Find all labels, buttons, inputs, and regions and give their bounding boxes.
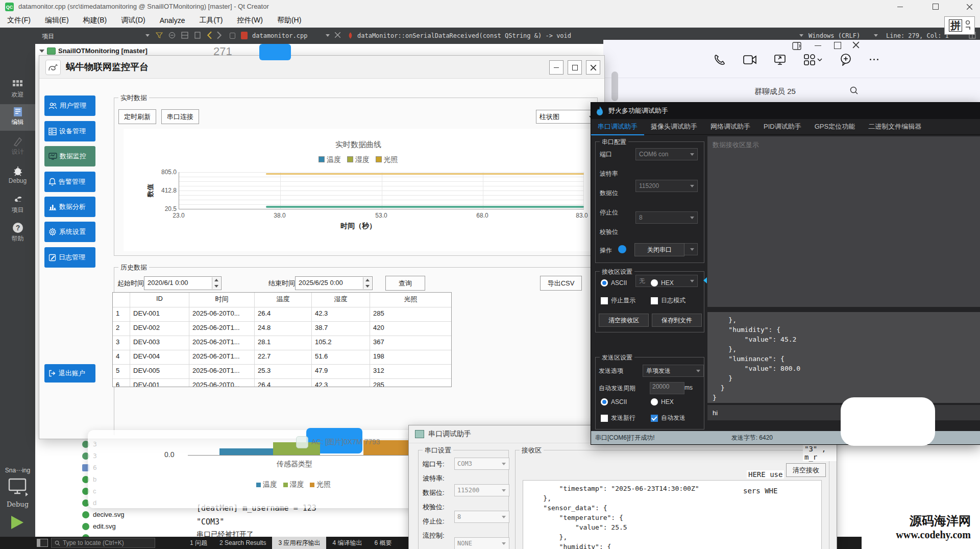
log-mode-checkbox[interactable]: 日志模式 <box>651 296 685 305</box>
file-close-icon[interactable] <box>335 32 340 39</box>
clear-receive-area-button[interactable]: 清空接收区 <box>599 314 649 327</box>
table-row[interactable]: 6 DEV-001 2025-06-20T0... 26.4 42.3 285 <box>113 379 451 387</box>
pane-summary[interactable]: 6 概要 <box>368 537 398 549</box>
auto-send-checkbox[interactable]: 自动发送 <box>651 414 685 422</box>
wf-baud-combo[interactable]: 115200 <box>635 180 698 192</box>
nav-forward-icon[interactable] <box>216 31 223 41</box>
splitter-handle[interactable] <box>703 277 707 283</box>
rail-help[interactable]: ? 帮助 <box>0 220 35 243</box>
sidebar-item-logs[interactable]: 日志管理 <box>44 247 95 268</box>
export-csv-button[interactable]: 导出CSV <box>540 276 582 291</box>
scrollbar-thumb[interactable] <box>611 71 618 101</box>
spinner[interactable] <box>212 277 220 289</box>
parity-combo[interactable]: NONE <box>454 537 509 549</box>
table-row[interactable]: 1 DEV-001 2025-06-20T0... 26.4 42.3 285 <box>113 307 451 322</box>
menu-file[interactable]: 文件(F) <box>0 13 38 28</box>
menu-build[interactable]: 构建(B) <box>76 13 114 28</box>
screen-share-icon[interactable] <box>774 54 786 66</box>
wechat-maximize-icon[interactable] <box>834 42 841 49</box>
apps-grid-icon[interactable] <box>803 54 822 66</box>
encoding-caret-2[interactable] <box>874 34 878 37</box>
sidebar-item-monitoring[interactable]: 数据监控 <box>44 146 95 166</box>
save-to-file-button[interactable]: 保存到文件 <box>652 314 702 327</box>
collapse-icon[interactable] <box>168 32 176 40</box>
wechat-close-icon[interactable] <box>852 41 860 50</box>
add-bubble-icon[interactable] <box>840 53 852 66</box>
spinner[interactable] <box>363 277 372 289</box>
rail-projects[interactable]: 项目 <box>0 192 35 214</box>
databits-combo[interactable]: 8 <box>454 511 509 523</box>
end-time-input[interactable]: 2025/6/25 0:00 <box>295 276 373 290</box>
qt-restore-button[interactable] <box>928 2 943 11</box>
menu-edit[interactable]: 编辑(E) <box>38 13 76 28</box>
kit-project-label[interactable]: Sna⋯ing <box>0 467 35 474</box>
query-button[interactable]: 查询 <box>385 276 425 291</box>
serial-connect-button[interactable]: 串口连接 <box>161 109 199 124</box>
menu-tools[interactable]: 工具(T) <box>192 13 230 28</box>
file-dropdown-caret[interactable] <box>326 34 330 37</box>
rail-debug[interactable]: Debug <box>0 163 35 184</box>
close-pane-icon[interactable] <box>194 32 201 40</box>
recv-ascii-radio[interactable]: ASCII <box>601 279 627 287</box>
output-tree-item[interactable]: decive.svg <box>82 511 124 518</box>
wechat-panels-icon[interactable] <box>792 42 801 52</box>
filter-icon[interactable] <box>156 32 163 40</box>
wechat-minimize-icon[interactable] <box>815 45 821 46</box>
tab-binary-editor[interactable]: 二进制文件编辑器 <box>862 119 928 134</box>
sidebar-item-devices[interactable]: 设备管理 <box>44 121 95 141</box>
sidebar-item-alerts[interactable]: 告警管理 <box>44 172 95 192</box>
output-tree-item[interactable]: edit.svg <box>82 522 124 530</box>
run-button[interactable] <box>8 514 26 533</box>
table-row[interactable]: 4 DEV-004 2025-06-20T1... 22.7 51.6 198 <box>113 350 451 365</box>
iot-minimize-button[interactable] <box>549 60 564 75</box>
qt-close-button[interactable] <box>962 2 977 11</box>
locator-input[interactable]: Type to locate (Ctrl+K) <box>51 538 155 548</box>
ime-indicator[interactable]: 拼 <box>944 16 975 35</box>
qt-minimize-button[interactable] <box>892 2 908 11</box>
start-time-input[interactable]: 2020/6/1 0:00 <box>144 276 222 290</box>
pane-issues[interactable]: 1 问题 <box>184 537 213 549</box>
port-open-indicator[interactable] <box>618 245 626 253</box>
tab-serial-assistant[interactable]: 串口调试助手 <box>591 119 644 135</box>
voice-call-icon[interactable] <box>714 54 726 66</box>
projects-pane-label[interactable]: 项目 <box>42 32 54 41</box>
tab-camera-assistant[interactable]: 摄像头调试助手 <box>644 119 704 134</box>
iot-maximize-button[interactable] <box>568 60 582 75</box>
wf-port-combo[interactable]: COM6 con <box>635 148 698 160</box>
menu-debug[interactable]: 调试(D) <box>114 13 152 28</box>
tree-expand-chevron[interactable] <box>39 50 44 53</box>
member-search-icon[interactable] <box>849 86 859 97</box>
recv-hex-radio[interactable]: HEX <box>651 279 674 287</box>
send-option-combo[interactable]: 单项发送 <box>643 365 704 377</box>
rail-edit[interactable]: 编辑 <box>0 104 35 131</box>
iot-close-button[interactable] <box>586 60 600 75</box>
wf-send-text-area[interactable]: }, "humidity": { "value": 45.2 }, "lumin… <box>707 312 980 403</box>
chart-type-combo[interactable]: 柱状图 <box>536 110 597 124</box>
table-row[interactable]: 3 DEV-003 2025-06-20T1... 28.1 105.2 367 <box>113 336 451 350</box>
toggle-sidebar-icon[interactable] <box>37 539 48 547</box>
stop-display-checkbox[interactable]: 停止显示 <box>601 296 635 305</box>
more-options-icon[interactable] <box>870 59 878 60</box>
port-combo[interactable]: COM3 <box>454 458 509 470</box>
split-icon[interactable] <box>181 32 188 40</box>
encoding-caret[interactable] <box>799 34 803 37</box>
menu-widgets[interactable]: 控件(W) <box>230 13 270 28</box>
send-newline-checkbox[interactable]: 发送新行 <box>601 414 635 422</box>
menu-help[interactable]: 帮助(H) <box>270 13 308 28</box>
tab-pid-assistant[interactable]: PID调试助手 <box>757 119 808 134</box>
logout-button[interactable]: 退出账户 <box>44 364 95 383</box>
tab-gps[interactable]: GPS定位功能 <box>808 119 862 134</box>
pane-app-output[interactable]: 3 应用程序输出 <box>272 537 326 549</box>
current-symbol-tab[interactable]: dataMonitor::onSerialDataReceived(const … <box>357 32 571 39</box>
table-row[interactable]: 5 DEV-005 2025-06-20T1... 25.3 47.9 312 <box>113 365 451 379</box>
rail-welcome[interactable]: 欢迎 <box>0 78 35 99</box>
encoding-indicator[interactable]: Windows (CRLF) <box>808 32 860 39</box>
video-call-icon[interactable] <box>743 54 756 65</box>
wf-databits-combo[interactable]: 8 <box>635 211 698 224</box>
sidebar-item-users[interactable]: 用户管理 <box>44 96 95 116</box>
tab-network-assistant[interactable]: 网络调试助手 <box>704 119 757 134</box>
wf-receive-display[interactable]: 数据接收区显示 <box>707 136 980 307</box>
baud-combo[interactable]: 115200 <box>454 484 509 496</box>
project-tree-root[interactable]: SnailIOTMonitoring [master] <box>39 47 148 55</box>
rail-design[interactable]: 设计 <box>0 134 35 156</box>
